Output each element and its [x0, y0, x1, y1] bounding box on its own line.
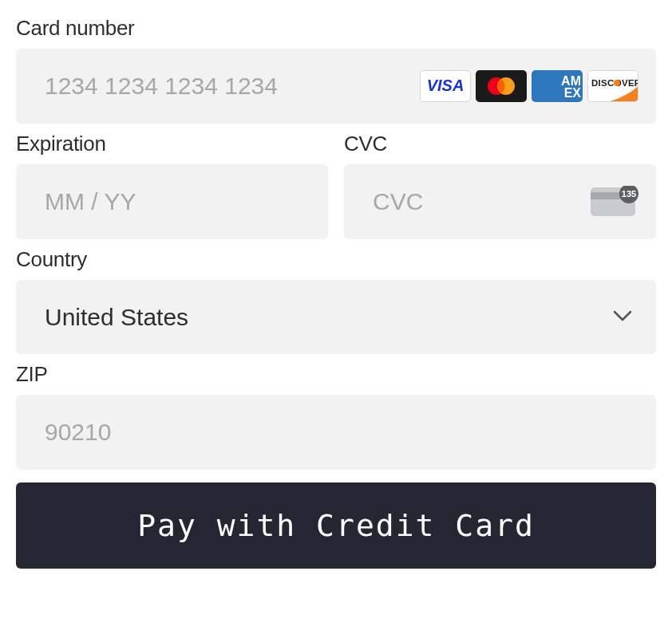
expiration-cvc-row: Expiration CVC 135: [16, 132, 656, 239]
svg-text:VISA: VISA: [427, 78, 464, 94]
visa-icon: VISA: [420, 70, 471, 102]
zip-input-wrap: [16, 395, 656, 470]
card-number-input-wrap: VISA AM EX: [16, 49, 656, 124]
cvc-field: CVC 135: [344, 132, 656, 239]
svg-text:EX: EX: [564, 86, 582, 100]
cvc-input[interactable]: [344, 164, 656, 239]
expiration-input-wrap: [16, 164, 328, 239]
country-label: Country: [16, 247, 656, 272]
zip-input[interactable]: [16, 395, 656, 470]
svg-point-6: [614, 80, 620, 86]
pay-button[interactable]: Pay with Credit Card: [16, 482, 656, 569]
payment-form: Card number VISA A: [16, 16, 656, 569]
cvc-input-wrap: 135: [344, 164, 656, 239]
card-brand-icons: VISA AM EX: [420, 70, 638, 102]
country-select[interactable]: United States: [16, 280, 656, 354]
cvc-label: CVC: [344, 132, 656, 156]
zip-label: ZIP: [16, 362, 656, 387]
zip-field: ZIP: [16, 362, 656, 470]
mastercard-icon: [476, 70, 527, 102]
country-select-wrap: United States: [16, 280, 656, 354]
card-number-field: Card number VISA A: [16, 16, 656, 124]
amex-icon: AM EX: [532, 70, 583, 102]
expiration-field: Expiration: [16, 132, 328, 239]
country-field: Country United States: [16, 247, 656, 354]
expiration-input[interactable]: [16, 164, 328, 239]
expiration-label: Expiration: [16, 132, 328, 156]
card-number-label: Card number: [16, 16, 656, 41]
discover-icon: DISCOVER: [587, 70, 638, 102]
